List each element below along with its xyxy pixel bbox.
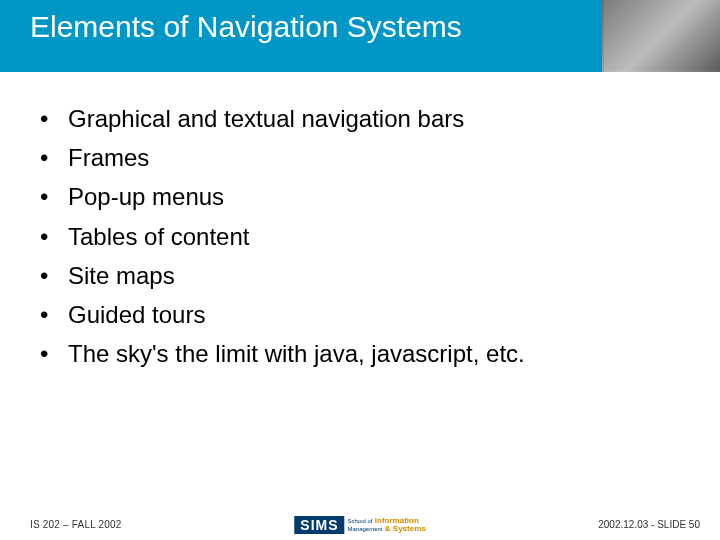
list-item-text: Frames xyxy=(68,139,149,176)
footer-right-text: 2002.12.03 - SLIDE 50 xyxy=(598,519,700,530)
sims-logo-text: School of Information Management & Syste… xyxy=(348,517,426,533)
list-item: •Pop-up menus xyxy=(40,178,680,215)
list-item: •Site maps xyxy=(40,257,680,294)
list-item: •Guided tours xyxy=(40,296,680,333)
sims-logo-line2: Management & Systems xyxy=(348,525,426,533)
bullet-dot-icon: • xyxy=(40,178,68,215)
bullet-dot-icon: • xyxy=(40,218,68,255)
decorative-corner-image xyxy=(600,0,720,72)
list-item: •Graphical and textual navigation bars xyxy=(40,100,680,137)
list-item-text: Site maps xyxy=(68,257,175,294)
list-item-text: Tables of content xyxy=(68,218,249,255)
slide: Elements of Navigation Systems •Graphica… xyxy=(0,0,720,540)
slide-title: Elements of Navigation Systems xyxy=(30,10,462,44)
list-item-text: The sky's the limit with java, javascrip… xyxy=(68,335,525,372)
footer-left-text: IS 202 – FALL 2002 xyxy=(30,519,122,530)
bullet-list: •Graphical and textual navigation bars •… xyxy=(40,100,680,372)
title-bar: Elements of Navigation Systems xyxy=(0,0,720,72)
bullet-dot-icon: • xyxy=(40,335,68,372)
sims-logo-block: SIMS xyxy=(294,516,344,534)
bullet-dot-icon: • xyxy=(40,139,68,176)
footer-logo: SIMS School of Information Management & … xyxy=(294,516,425,534)
bullet-dot-icon: • xyxy=(40,257,68,294)
footer: IS 202 – FALL 2002 SIMS School of Inform… xyxy=(0,508,720,540)
list-item: •Frames xyxy=(40,139,680,176)
bullet-dot-icon: • xyxy=(40,296,68,333)
list-item: •The sky's the limit with java, javascri… xyxy=(40,335,680,372)
list-item-text: Guided tours xyxy=(68,296,205,333)
list-item-text: Graphical and textual navigation bars xyxy=(68,100,464,137)
content-area: •Graphical and textual navigation bars •… xyxy=(40,100,680,374)
list-item-text: Pop-up menus xyxy=(68,178,224,215)
list-item: •Tables of content xyxy=(40,218,680,255)
bullet-dot-icon: • xyxy=(40,100,68,137)
